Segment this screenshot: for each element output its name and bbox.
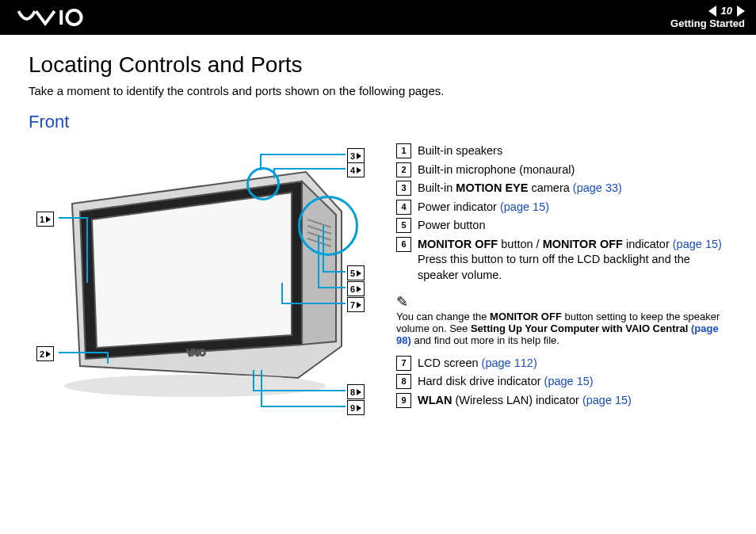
svg-point-1 <box>67 10 81 25</box>
callout-6: 6 <box>347 281 365 296</box>
legend-item: 5Power button <box>396 218 727 234</box>
page-title: Locating Controls and Ports <box>29 52 727 78</box>
callout-9: 9 <box>347 400 365 415</box>
page-link[interactable]: (page 15) <box>673 238 722 250</box>
legend-num: 9 <box>396 393 411 408</box>
header-bar: 10 Getting Started <box>0 0 756 35</box>
page-content: Locating Controls and Ports Take a momen… <box>0 35 756 451</box>
section-heading: Front <box>29 112 727 132</box>
legend-num: 6 <box>396 237 411 252</box>
page-link[interactable]: (page 15) <box>500 200 549 213</box>
callout-3: 3 <box>347 148 365 163</box>
legend: 1Built-in speakers2Built-in microphone (… <box>396 140 727 433</box>
legend-item: 7LCD screen (page 112) <box>396 356 727 372</box>
section-name: Getting Started <box>670 17 745 30</box>
legend-num: 3 <box>396 181 411 196</box>
callout-2: 2 <box>36 346 54 361</box>
legend-item: 8Hard disk drive indicator (page 15) <box>396 374 727 390</box>
legend-item: 3Built-in MOTION EYE camera (page 33) <box>396 181 727 196</box>
page-link[interactable]: (page 15) <box>544 375 594 387</box>
pager: 10 Getting Started <box>670 5 745 29</box>
callout-8: 8 <box>347 384 365 399</box>
callout-1: 1 <box>36 212 54 227</box>
legend-item: 1Built-in speakers <box>396 143 727 159</box>
legend-num: 7 <box>396 356 411 371</box>
svg-rect-0 <box>59 10 63 25</box>
legend-num: 5 <box>396 218 411 233</box>
diagram: VAIO <box>29 140 377 433</box>
legend-num: 8 <box>396 374 411 389</box>
legend-item-desc: Press this button to turn off the LCD ba… <box>418 252 727 283</box>
legend-num: 1 <box>396 143 411 158</box>
prev-page-icon[interactable] <box>708 6 716 17</box>
page-link[interactable]: (page 33) <box>573 181 622 194</box>
page-number: 10 <box>721 5 732 17</box>
legend-num: 2 <box>396 162 411 177</box>
legend-item: 4Power indicator (page 15) <box>396 200 727 216</box>
page-link[interactable]: (page 112) <box>482 357 537 369</box>
legend-item-6: 6 MONITOR OFF button / MONITOR OFF indic… <box>396 237 727 284</box>
page-link[interactable]: (page 15) <box>582 394 632 406</box>
legend-item: 2Built-in microphone (monaural) <box>396 162 727 178</box>
callout-5: 5 <box>347 265 365 280</box>
legend-item: 9WLAN (Wireless LAN) indicator (page 15) <box>396 393 727 409</box>
callout-4: 4 <box>347 162 365 177</box>
callout-lines <box>29 140 377 433</box>
callout-7: 7 <box>347 297 365 312</box>
legend-num: 4 <box>396 200 411 215</box>
vaio-logo <box>11 7 106 28</box>
intro-text: Take a moment to identify the controls a… <box>29 84 727 97</box>
next-page-icon[interactable] <box>737 6 745 17</box>
note: ✎ You can change the MONITOR OFF button … <box>396 293 727 346</box>
note-icon: ✎ <box>396 294 408 310</box>
